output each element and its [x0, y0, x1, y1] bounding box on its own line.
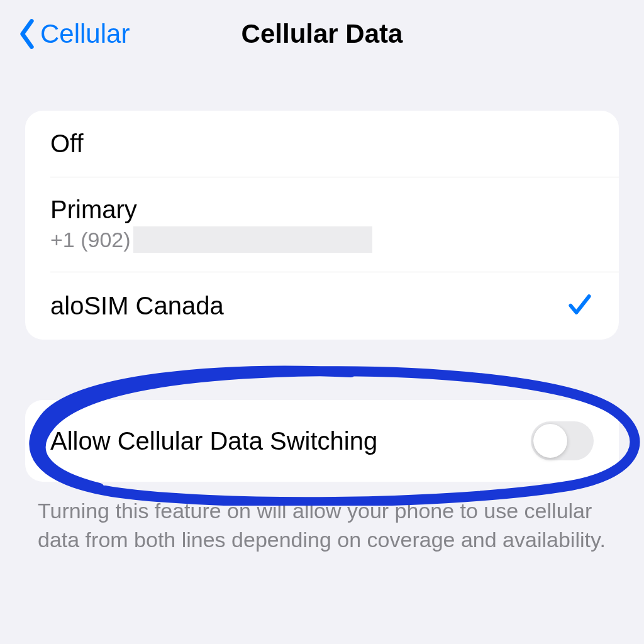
- allow-switching-toggle[interactable]: [531, 421, 594, 460]
- allow-switching-row[interactable]: Allow Cellular Data Switching: [25, 400, 619, 482]
- back-button[interactable]: Cellular: [18, 18, 130, 50]
- option-primary-number-prefix: +1 (902): [50, 228, 131, 252]
- data-switching-group: Allow Cellular Data Switching: [25, 400, 619, 482]
- option-off-label: Off: [50, 130, 84, 158]
- option-primary-label: Primary: [50, 196, 372, 224]
- allow-switching-label: Allow Cellular Data Switching: [50, 427, 377, 455]
- option-alosim-label: aloSIM Canada: [50, 292, 224, 320]
- toggle-knob: [533, 424, 567, 458]
- back-label: Cellular: [40, 19, 130, 49]
- option-primary-number: +1 (902): [50, 226, 372, 253]
- option-off[interactable]: Off: [25, 111, 619, 177]
- section-footer-text: Turning this feature on will allow your …: [38, 497, 606, 555]
- checkmark-icon: [566, 291, 594, 321]
- navbar: Cellular Cellular Data: [0, 0, 644, 68]
- option-primary[interactable]: Primary +1 (902): [25, 177, 619, 272]
- page-title: Cellular Data: [242, 19, 403, 49]
- redacted-block: [133, 226, 372, 253]
- data-line-selection-group: Off Primary +1 (902) aloSIM Canada: [25, 111, 619, 340]
- chevron-left-icon: [18, 18, 36, 50]
- option-alosim[interactable]: aloSIM Canada: [25, 272, 619, 340]
